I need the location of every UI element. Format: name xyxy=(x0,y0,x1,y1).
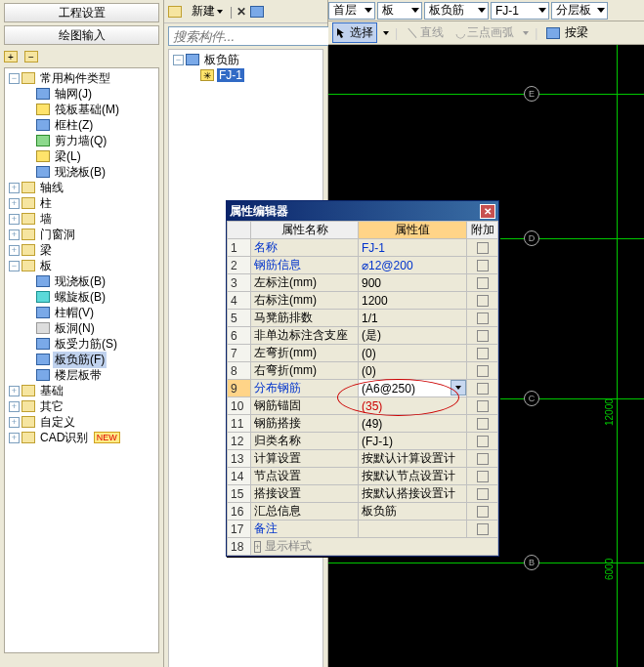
extra-checkbox[interactable] xyxy=(477,453,489,465)
property-name[interactable]: 马凳筋排数 xyxy=(251,310,359,327)
extra-checkbox[interactable] xyxy=(477,365,489,377)
property-row[interactable]: 17 备注 xyxy=(228,521,498,538)
extra-checkbox[interactable] xyxy=(477,400,489,412)
property-row[interactable]: 13 计算设置 按默认计算设置计 xyxy=(228,450,498,468)
extra-checkbox[interactable] xyxy=(477,436,489,447)
property-value[interactable]: 板负筋 xyxy=(359,503,467,521)
draw-input-panel[interactable]: 绘图输入 xyxy=(4,25,159,45)
property-row[interactable]: 10 钢筋锚固 (35) xyxy=(228,397,498,415)
expand-icon[interactable]: + xyxy=(9,433,20,443)
new-button[interactable]: 新建 xyxy=(189,2,226,21)
tree-item-rebar[interactable]: 板受力筋(S) xyxy=(5,336,158,352)
tree-group-beam[interactable]: +梁 xyxy=(5,242,158,258)
property-value[interactable]: (35) xyxy=(359,397,467,415)
expand-icon[interactable]: + xyxy=(9,229,20,240)
property-row[interactable]: 16 汇总信息 板负筋 xyxy=(228,503,498,521)
search-input[interactable] xyxy=(168,26,344,46)
tree-group-custom[interactable]: +自定义 xyxy=(5,414,158,430)
property-name[interactable]: 非单边标注含支座 xyxy=(251,327,359,345)
expand-icon[interactable]: + xyxy=(9,245,20,256)
property-name[interactable]: 备注 xyxy=(251,521,359,538)
property-row[interactable]: 14 节点设置 按默认节点设置计 xyxy=(228,468,498,485)
extra-header[interactable]: 附加 xyxy=(467,222,498,239)
expand-icon[interactable]: + xyxy=(9,401,20,412)
property-value[interactable]: (0) xyxy=(359,345,467,362)
property-row[interactable]: 1 名称 FJ-1 xyxy=(228,239,498,257)
value-input[interactable] xyxy=(362,382,463,396)
name-header[interactable]: 属性名称 xyxy=(251,222,359,239)
property-name[interactable]: 右标注(mm) xyxy=(251,292,359,310)
tree-root[interactable]: −常用构件类型 xyxy=(5,70,158,86)
extra-checkbox[interactable] xyxy=(477,277,489,289)
extra-checkbox[interactable] xyxy=(477,348,489,359)
property-value[interactable]: (49) xyxy=(359,415,467,433)
tree-group-wall[interactable]: +墙 xyxy=(5,211,158,227)
tree-group-foundation[interactable]: +基础 xyxy=(5,383,158,398)
property-name[interactable]: 左弯折(mm) xyxy=(251,345,359,362)
property-row[interactable]: 5 马凳筋排数 1/1 xyxy=(228,310,498,327)
type-select[interactable]: 板负筋 xyxy=(424,2,489,20)
property-value[interactable]: 按默认搭接设置计 xyxy=(359,485,467,503)
collapse-all-icon[interactable]: − xyxy=(24,51,38,63)
expand-displaystyle[interactable]: + xyxy=(254,541,261,553)
property-name[interactable]: 左标注(mm) xyxy=(251,274,359,292)
property-row[interactable]: 9 分布钢筋 xyxy=(228,380,498,397)
collapse-icon[interactable]: − xyxy=(9,73,20,84)
property-value[interactable]: 按默认计算设置计 xyxy=(359,450,467,468)
extra-checkbox[interactable] xyxy=(477,313,489,324)
property-name[interactable]: 名称 xyxy=(251,239,359,257)
property-value[interactable]: ⌀12@200 xyxy=(359,257,467,274)
project-settings-panel[interactable]: 工程设置 xyxy=(4,3,159,22)
tree-group-axis[interactable]: +轴线 xyxy=(5,180,158,195)
extra-checkbox[interactable] xyxy=(477,418,489,430)
component-tree[interactable]: −常用构件类型 轴网(J) 筏板基础(M) 框柱(Z) 剪力墙(Q) 梁(L) … xyxy=(4,67,159,653)
select-tool[interactable]: 选择 xyxy=(332,22,377,43)
property-name[interactable]: 汇总信息 xyxy=(251,503,359,521)
collapse-icon[interactable]: − xyxy=(173,55,184,65)
property-value[interactable]: 1/1 xyxy=(359,310,467,327)
close-button[interactable]: ✕ xyxy=(480,204,495,219)
property-name[interactable]: 钢筋搭接 xyxy=(251,415,359,433)
extra-checkbox[interactable] xyxy=(477,330,489,342)
expand-icon[interactable]: + xyxy=(9,417,20,428)
tree-item-column[interactable]: 框柱(Z) xyxy=(5,117,158,133)
tree-item-beam[interactable]: 梁(L) xyxy=(5,148,158,164)
delete-icon[interactable]: ✕ xyxy=(236,5,246,19)
property-row[interactable]: 4 右标注(mm) 1200 xyxy=(228,292,498,310)
layer-select[interactable]: 分层板 xyxy=(551,2,608,20)
dropdown-button[interactable] xyxy=(451,380,466,396)
extra-checkbox[interactable] xyxy=(477,523,489,535)
property-value[interactable]: (0) xyxy=(359,362,467,380)
expand-icon[interactable]: + xyxy=(9,214,20,225)
tree-item-shearwall[interactable]: 剪力墙(Q) xyxy=(5,133,158,148)
line-tool[interactable]: ＼直线 xyxy=(404,23,447,42)
tree-item-slab[interactable]: 现浇板(B) xyxy=(5,164,158,180)
tree-item-negbar[interactable]: 板负筋(F) xyxy=(5,352,158,367)
extra-checkbox[interactable] xyxy=(477,383,489,395)
instance-select[interactable]: FJ-1 xyxy=(491,2,549,20)
property-editor-dialog[interactable]: 属性编辑器 ✕ 属性名称 属性值 附加 1 名称 FJ-1 2 钢筋信息 ⌀12… xyxy=(226,200,499,557)
expand-all-icon[interactable]: + xyxy=(4,51,18,63)
instance-item[interactable]: ✳FJ-1 xyxy=(169,67,322,83)
property-row[interactable]: 12 归类名称 (FJ-1) xyxy=(228,433,498,450)
property-name[interactable]: 钢筋信息 xyxy=(251,257,359,274)
property-value[interactable]: 900 xyxy=(359,274,467,292)
property-name[interactable]: 节点设置 xyxy=(251,468,359,485)
extra-checkbox[interactable] xyxy=(477,488,489,500)
extra-checkbox[interactable] xyxy=(477,506,489,518)
instance-root[interactable]: −板负筋 xyxy=(169,52,322,67)
extra-checkbox[interactable] xyxy=(477,295,489,307)
property-name[interactable]: 分布钢筋 xyxy=(251,380,359,397)
tree-group-column[interactable]: +柱 xyxy=(5,195,158,211)
tree-group-slab[interactable]: −板 xyxy=(5,258,158,273)
property-row[interactable]: 3 左标注(mm) 900 xyxy=(228,274,498,292)
property-name[interactable]: 钢筋锚固 xyxy=(251,397,359,415)
tree-item-raft[interactable]: 筏板基础(M) xyxy=(5,102,158,117)
property-value-editor[interactable] xyxy=(359,380,467,397)
category-select[interactable]: 板 xyxy=(377,2,422,20)
tree-group-cad[interactable]: +CAD识别 NEW xyxy=(5,430,158,445)
property-name[interactable]: 归类名称 xyxy=(251,433,359,450)
property-row[interactable]: 6 非单边标注含支座 (是) xyxy=(228,327,498,345)
expand-icon[interactable]: + xyxy=(9,386,20,396)
dialog-titlebar[interactable]: 属性编辑器 ✕ xyxy=(227,201,498,221)
